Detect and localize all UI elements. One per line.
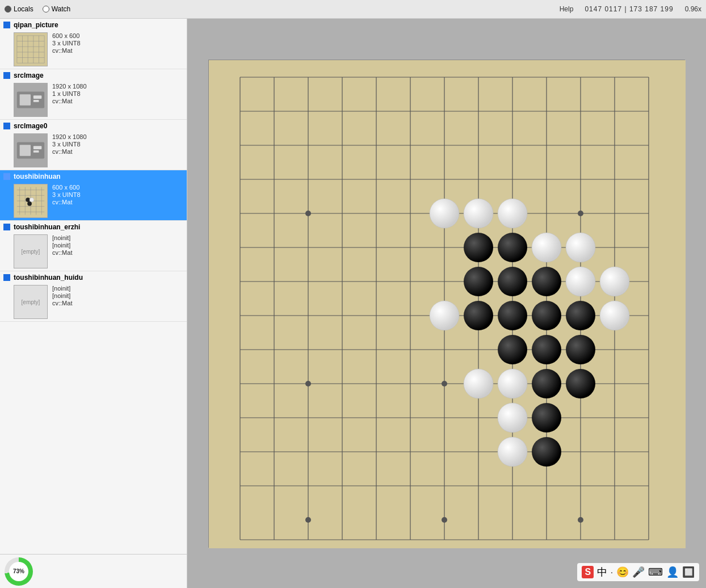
svg-point-73 [578, 517, 583, 523]
svg-point-85 [600, 267, 629, 296]
left-panel: qipan_picture [0, 19, 187, 588]
svg-rect-17 [33, 100, 39, 102]
item-metadata: 600 x 600 3 x UINT8 cv::Mat [52, 184, 81, 205]
svg-point-72 [442, 517, 447, 523]
svg-point-65 [305, 211, 311, 216]
svg-point-97 [532, 369, 561, 398]
svg-point-102 [532, 437, 561, 467]
image-view[interactable]: S 中 · 😊 🎤 ⌨ 👤 🔲 [187, 19, 706, 588]
svg-point-95 [464, 369, 493, 398]
item-type: cv::Mat [52, 199, 81, 205]
svg-point-68 [305, 381, 311, 387]
item-type: cv::Mat [52, 300, 72, 306]
svg-rect-20 [20, 145, 31, 156]
item-channels: 3 x UINT8 [52, 141, 87, 148]
watch-radio[interactable] [43, 6, 49, 12]
svg-point-67 [578, 211, 583, 216]
svg-point-78 [498, 233, 527, 262]
item-channels: [noinit] [52, 234, 72, 241]
svg-point-101 [498, 437, 527, 467]
color-indicator [3, 274, 10, 281]
item-name: srcImage0 [14, 122, 47, 130]
list-item-srcimage[interactable]: srcImage 1920 x 1080 1 x UINT8 cv::Mat [0, 69, 187, 120]
list-item-toushibinhuan-erzhi[interactable]: toushibinhuan_erzhi [empty] [noinit] [no… [0, 221, 187, 271]
svg-point-92 [498, 335, 527, 364]
coordinates-display: 0147 0117 | 173 187 199 [585, 5, 673, 13]
item-channels: 1 x UINT8 [52, 90, 87, 97]
taskbar-dot-icon[interactable]: · [611, 568, 613, 577]
svg-point-90 [566, 301, 595, 330]
svg-point-83 [532, 267, 561, 296]
item-channels2: [noinit] [52, 242, 72, 249]
main-area: qipan_picture [0, 19, 706, 588]
color-indicator [3, 173, 10, 180]
svg-point-96 [498, 369, 527, 398]
svg-point-76 [498, 199, 527, 228]
color-indicator [3, 22, 10, 28]
svg-rect-21 [33, 146, 41, 149]
locals-radio[interactable] [5, 6, 11, 12]
taskbar-keyboard-icon[interactable]: ⌨ [648, 566, 663, 578]
taskbar-user-icon[interactable]: 👤 [666, 566, 679, 578]
taskbar-window-icon[interactable]: 🔲 [682, 566, 695, 578]
item-channels: 3 x UINT8 [52, 191, 81, 198]
list-item-toushibinhuan[interactable]: toushibinhuan [0, 170, 187, 221]
thumbnail [14, 32, 48, 66]
item-dimensions: 600 x 600 [52, 32, 81, 39]
item-metadata: 1920 x 1080 1 x UINT8 cv::Mat [52, 83, 87, 104]
svg-point-35 [30, 198, 34, 202]
watch-label[interactable]: Watch [52, 5, 71, 13]
item-metadata: [noinit] [noinit] cv::Mat [52, 285, 72, 306]
svg-point-75 [464, 199, 493, 228]
item-name: toushibinhuan_erzhi [14, 223, 80, 231]
svg-point-84 [566, 267, 595, 296]
svg-point-77 [464, 233, 493, 262]
item-name: srcImage [14, 72, 44, 79]
taskbar-mic-icon[interactable]: 🎤 [632, 566, 645, 578]
item-name: toushibinhuan_huidu [14, 274, 83, 282]
svg-point-87 [464, 301, 493, 330]
svg-rect-22 [33, 150, 39, 153]
item-type: cv::Mat [52, 148, 87, 155]
tab-watch[interactable]: Watch [43, 5, 71, 13]
item-metadata: 1920 x 1080 3 x UINT8 cv::Mat [52, 133, 87, 155]
svg-point-99 [498, 403, 527, 432]
item-channels2: [noinit] [52, 292, 72, 299]
thumbnail [14, 133, 48, 167]
taskbar-s-icon[interactable]: S [582, 566, 594, 578]
locals-label[interactable]: Locals [14, 5, 33, 13]
item-type: cv::Mat [52, 249, 72, 256]
svg-point-69 [442, 381, 447, 387]
svg-point-100 [532, 403, 561, 432]
taskbar-zh-icon[interactable]: 中 [597, 565, 607, 579]
list-item-toushibinhuan-huidu[interactable]: toushibinhuan_huidu [empty] [noinit] [no… [0, 271, 187, 322]
item-metadata: [noinit] [noinit] cv::Mat [52, 234, 72, 256]
svg-rect-15 [20, 94, 31, 105]
svg-point-36 [27, 201, 32, 206]
progress-circle: 73% [5, 557, 33, 586]
svg-point-91 [600, 301, 629, 330]
item-dimensions: 1920 x 1080 [52, 133, 87, 140]
item-type: cv::Mat [52, 98, 87, 104]
taskbar-emoji-icon[interactable]: 😊 [616, 566, 629, 578]
item-channels: [noinit] [52, 285, 72, 292]
zoom-level: 0.96x [685, 5, 701, 13]
list-item-qipan-picture[interactable]: qipan_picture [0, 19, 187, 69]
svg-point-81 [464, 267, 493, 296]
svg-point-88 [498, 301, 527, 330]
svg-point-94 [566, 335, 595, 364]
svg-point-98 [566, 369, 595, 398]
progress-label: 73% [9, 562, 28, 581]
svg-point-86 [430, 301, 459, 330]
svg-point-89 [532, 301, 561, 330]
help-button[interactable]: Help [560, 5, 574, 13]
item-name: toushibinhuan [14, 173, 61, 180]
header: Locals Watch Help 0147 0117 | 173 187 19… [0, 0, 706, 19]
svg-point-93 [532, 335, 561, 364]
item-type: cv::Mat [52, 47, 81, 54]
bottom-bar: 73% [0, 554, 187, 588]
tab-locals[interactable]: Locals [5, 5, 33, 13]
thumbnail [14, 83, 48, 117]
go-board [208, 60, 685, 548]
list-item-srcimage0[interactable]: srcImage0 1920 x 1080 3 x UINT8 cv::Mat [0, 120, 187, 170]
